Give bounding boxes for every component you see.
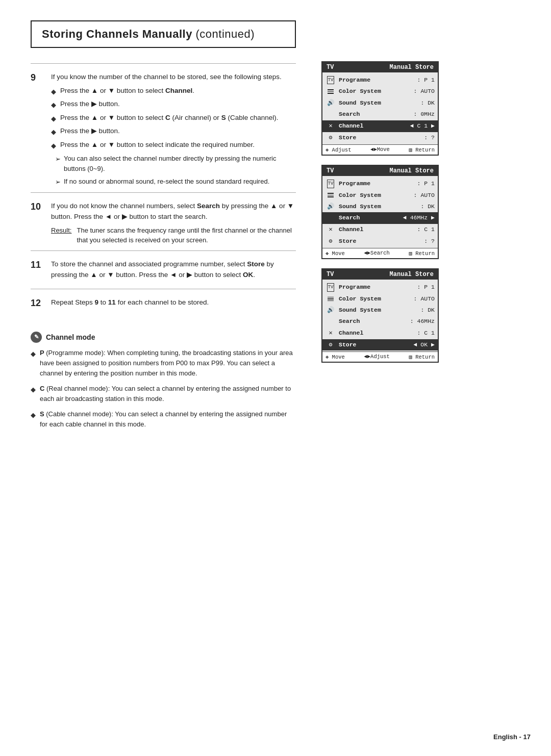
bullet-icon: ◆ xyxy=(31,410,36,420)
result-text: The tuner scans the frequency range unti… xyxy=(77,225,296,245)
tv-label-3: TV xyxy=(327,271,334,278)
step-12-intro: Repeat Steps 9 to 11 for each channel to… xyxy=(51,297,296,308)
list-item: ◆ Press the ▲ or ▼ button to select Chan… xyxy=(51,86,296,97)
channel-mode-title-row: ✎ Channel mode xyxy=(31,332,296,343)
list-item: ◆ Press the ▲ or ▼ button to select C (A… xyxy=(51,113,296,124)
step-9-bullets: ◆ Press the ▲ or ▼ button to select Chan… xyxy=(51,86,296,151)
tv-row: 🔊 Sound System : DK xyxy=(322,97,438,109)
tv-row: Color System : AUTO xyxy=(322,293,438,305)
page-title: Storing Channels Manually (continued) xyxy=(42,28,285,41)
step-10-number: 10 xyxy=(31,201,43,212)
tv-row: 🔊 Sound System : DK xyxy=(322,305,438,316)
list-item: ◆ Press the ▶ button. xyxy=(51,99,296,110)
tv-icon: TV xyxy=(325,283,336,291)
tv-row-highlighted: Search ◄ 46MHz ▶ xyxy=(322,212,438,223)
list-item: ◆ P (Programme mode): When completing tu… xyxy=(31,348,296,379)
bullet-icon: ◆ xyxy=(51,114,56,124)
channel-mode-bullets: ◆ P (Programme mode): When completing tu… xyxy=(31,348,296,430)
step-10-result: Result: The tuner scans the frequency ra… xyxy=(51,225,296,245)
step-11-content: To store the channel and associated prog… xyxy=(51,259,296,284)
tv-row: TV Programme : P 1 xyxy=(322,74,438,86)
bullet-icon: ◆ xyxy=(51,87,56,97)
gear-icon: ⚙ xyxy=(325,340,336,349)
main-content: Storing Channels Manually (continued) 9 … xyxy=(0,0,316,756)
tv-menu-2-footer: ❖ Move ◄►Search ▥ Return xyxy=(322,248,438,258)
tv-menu-1-body: TV Programme : P 1 Color System : AUTO 🔊… xyxy=(322,72,438,144)
step-11-intro: To store the channel and associated prog… xyxy=(51,259,296,281)
step-10-block: 10 If you do not know the channel number… xyxy=(31,192,296,250)
tv-menu-2-title: Manual Store xyxy=(390,167,434,174)
tv-row: Search : 46MHz xyxy=(322,316,438,327)
tv-menu-3-footer: ❖ Move ◄►Adjust ▥ Return xyxy=(322,351,438,362)
bullet-icon: ◆ xyxy=(51,127,56,137)
tv-label-2: TV xyxy=(327,167,334,174)
step-12-block: 12 Repeat Steps 9 to 11 for each channel… xyxy=(31,289,296,316)
bullet-icon: ◆ xyxy=(51,141,56,151)
tv-menu-1-header: TV Manual Store xyxy=(322,62,438,72)
page-footer: English - 17 xyxy=(493,733,531,741)
list-icon xyxy=(325,193,336,197)
step-9-number: 9 xyxy=(31,72,43,83)
tv-icon: TV xyxy=(325,76,336,84)
step-9-intro: If you know the number of the channel to… xyxy=(51,72,296,83)
sound-icon: 🔊 xyxy=(325,306,336,315)
step-9-note1: ➢ You can also select the channel number… xyxy=(55,154,296,173)
tv-row-highlighted: ⚙ Store ◄ OK ▶ xyxy=(322,339,438,350)
tv-row: ⚙ Store : ? xyxy=(322,236,438,247)
step-11-number: 11 xyxy=(31,259,43,270)
step-11-block: 11 To store the channel and associated p… xyxy=(31,250,296,289)
tv-menu-3-title: Manual Store xyxy=(390,271,434,278)
step-12-number: 12 xyxy=(31,297,43,309)
gear-icon: ⚙ xyxy=(325,237,336,246)
bullet-icon: ◆ xyxy=(51,100,56,110)
tv-row: TV Programme : P 1 xyxy=(322,178,438,189)
step-12-content: Repeat Steps 9 to 11 for each channel to… xyxy=(51,297,296,311)
tv-row: ⚙ Store : ? xyxy=(322,132,438,143)
step-10-content: If you do not know the channel numbers, … xyxy=(51,201,296,245)
tv-menu-3: TV Manual Store TV Programme : P 1 Color… xyxy=(321,268,439,363)
sound-icon: 🔊 xyxy=(325,98,336,108)
list-item: ◆ C (Real channel mode): You can select … xyxy=(31,384,296,404)
footer-language: English xyxy=(493,733,517,741)
step-9-note2: ➢ If no sound or abnormal sound, re-sele… xyxy=(55,177,296,187)
x-icon: ✕ xyxy=(325,121,336,131)
result-label: Result: xyxy=(51,225,71,245)
list-icon xyxy=(325,297,336,301)
channel-mode-title: Channel mode xyxy=(46,333,95,341)
bullet-icon: ◆ xyxy=(31,349,36,359)
right-panel: TV Manual Store TV Programme : P 1 Color… xyxy=(316,0,459,756)
step-9-content: If you know the number of the channel to… xyxy=(51,72,296,187)
tv-icon: TV xyxy=(325,180,336,188)
tv-menu-3-header: TV Manual Store xyxy=(322,269,438,280)
title-box: Storing Channels Manually (continued) xyxy=(31,20,296,48)
sound-icon: 🔊 xyxy=(325,202,336,211)
tv-menu-2: TV Manual Store TV Programme : P 1 Color… xyxy=(321,165,439,259)
step-10-intro: If you do not know the channel numbers, … xyxy=(51,201,296,222)
x-icon: ✕ xyxy=(325,329,336,338)
tv-menu-1-title: Manual Store xyxy=(390,64,434,71)
list-icon xyxy=(325,89,336,94)
footer-page: - 17 xyxy=(519,733,531,741)
tv-row: Color System : AUTO xyxy=(322,190,438,201)
tv-row: 🔊 Sound System : DK xyxy=(322,201,438,212)
tv-menu-1-footer: ❖ Adjust ◄►Move ▥ Return xyxy=(322,144,438,155)
tv-label-1: TV xyxy=(327,64,334,71)
list-item: ◆ S (Cable channel mode): You can select… xyxy=(31,409,296,430)
tv-row: Search : 0MHz xyxy=(322,109,438,120)
x-icon: ✕ xyxy=(325,225,336,235)
list-item: ◆ Press the ▲ or ▼ button to select indi… xyxy=(51,140,296,151)
tv-menu-2-header: TV Manual Store xyxy=(322,166,438,176)
channel-mode-section: ✎ Channel mode ◆ P (Programme mode): Whe… xyxy=(31,326,296,430)
tv-row: ✕ Channel : C 1 xyxy=(322,224,438,236)
tv-row: TV Programme : P 1 xyxy=(322,282,438,293)
bullet-icon: ◆ xyxy=(31,385,36,395)
gear-icon: ⚙ xyxy=(325,133,336,142)
list-item: ◆ Press the ▶ button. xyxy=(51,126,296,137)
tv-row-highlighted: ✕ Channel ◄ C 1 ▶ xyxy=(322,120,438,132)
tv-row: ✕ Channel : C 1 xyxy=(322,327,438,339)
note-icon: ✎ xyxy=(31,332,42,343)
tv-menu-3-body: TV Programme : P 1 Color System : AUTO 🔊… xyxy=(322,280,438,351)
step-9-block: 9 If you know the number of the channel … xyxy=(31,63,296,192)
tv-row: Color System : AUTO xyxy=(322,86,438,97)
tv-menu-2-body: TV Programme : P 1 Color System : AUTO 🔊… xyxy=(322,176,438,248)
